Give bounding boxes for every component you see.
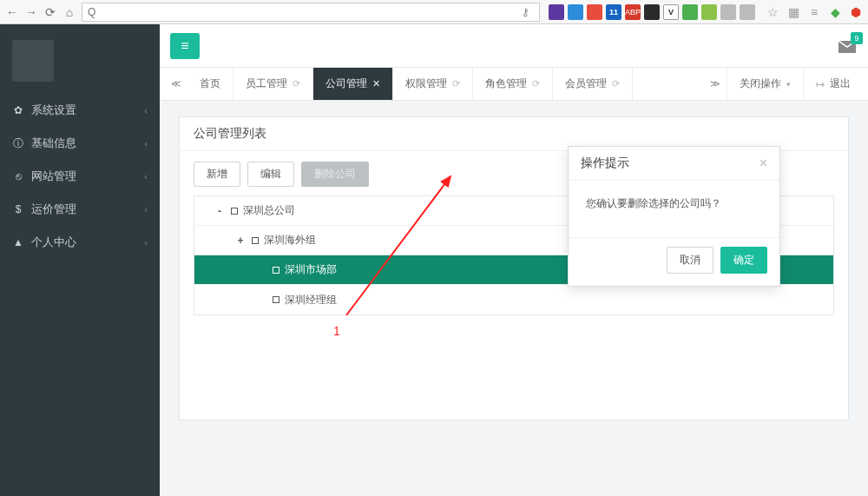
tab-label: 公司管理 — [326, 76, 367, 91]
ext-icon[interactable] — [549, 4, 564, 20]
browser-right-icons: ☆ ▦ ≡ ◆ ⬢ — [766, 5, 863, 19]
ext-icon[interactable] — [740, 4, 755, 20]
add-button[interactable]: 新增 — [194, 162, 240, 187]
tab-role[interactable]: 角色管理 ⟳ — [473, 68, 553, 100]
tab-label: 角色管理 — [485, 76, 527, 91]
refresh-icon[interactable]: ⟳ — [452, 78, 460, 89]
tab-home[interactable]: 首页 — [187, 68, 233, 100]
sidebar-item-profile[interactable]: ▲ 个人中心 ‹ — [0, 226, 160, 259]
tab-scroll-left[interactable]: ≪ — [165, 68, 187, 100]
tab-company[interactable]: 公司管理 ✕ — [313, 68, 393, 100]
close-icon[interactable]: ✕ — [372, 78, 380, 89]
gear-icon: ✿ — [12, 104, 24, 116]
url-input[interactable] — [88, 6, 522, 18]
notification-count: 9 — [851, 32, 863, 44]
ext-icon[interactable] — [720, 4, 736, 20]
chevron-left-icon: ‹ — [144, 138, 148, 149]
node-icon — [231, 208, 238, 215]
ok-button[interactable]: 确定 — [720, 247, 767, 274]
sidebar-item-basic[interactable]: ⓘ 基础信息 ‹ — [0, 127, 160, 160]
collapse-icon[interactable]: - — [214, 205, 226, 217]
nav-forward-icon[interactable]: → — [24, 5, 38, 19]
dialog-footer: 取消 确定 — [569, 237, 779, 286]
url-bar[interactable]: ⚷ — [82, 3, 540, 22]
expand-icon[interactable]: + — [234, 235, 247, 247]
chevron-left-icon: ‹ — [144, 105, 148, 116]
tab-label: 关闭操作 — [740, 76, 781, 91]
tab-close-ops[interactable]: 关闭操作 ▾ — [727, 68, 803, 100]
nav-back-icon[interactable]: ← — [5, 5, 19, 19]
abp-icon[interactable]: ABP — [625, 4, 641, 20]
nav-reload-icon[interactable]: ⟳ — [43, 5, 57, 19]
user-icon: ▲ — [12, 236, 24, 248]
node-icon — [273, 296, 279, 303]
info-icon: ⓘ — [12, 137, 24, 149]
extensions-tray: 11 ABP V — [549, 4, 755, 20]
tab-member[interactable]: 会员管理 ⟳ — [553, 68, 633, 100]
tree-node-label: 深圳经理组 — [285, 293, 337, 308]
tab-label: 权限管理 — [405, 76, 447, 91]
ext-icon[interactable]: ◆ — [828, 5, 842, 19]
dialog-header: 操作提示 × — [569, 147, 779, 181]
ext-icon[interactable] — [644, 4, 660, 20]
delete-button[interactable]: 删除公司 — [301, 162, 369, 187]
chevron-left-icon: ‹ — [144, 171, 148, 182]
topbar: ≡ 9 — [160, 24, 868, 68]
sidebar-toggle-button[interactable]: ≡ — [170, 33, 200, 59]
sidebar-item-price[interactable]: $ 运价管理 ‹ — [0, 193, 160, 226]
tree-node-label: 深圳市场部 — [285, 262, 337, 277]
tabbar: ≪ 首页 员工管理 ⟳ 公司管理 ✕ 权限管理 ⟳ 角色管理 ⟳ 会员管理 — [160, 68, 868, 101]
logout-button[interactable]: ↦ 退出 — [803, 68, 863, 100]
sidebar-item-system[interactable]: ✿ 系统设置 ‹ — [0, 94, 160, 127]
key-icon: ⚷ — [522, 6, 534, 18]
sidebar-item-label: 个人中心 — [31, 235, 76, 250]
refresh-icon[interactable]: ⟳ — [293, 78, 300, 89]
tab-label: 员工管理 — [246, 76, 287, 91]
refresh-icon[interactable]: ⟳ — [532, 78, 540, 89]
ext-icon[interactable] — [587, 4, 602, 20]
tab-label: 首页 — [200, 76, 220, 91]
site-icon: ⎋ — [12, 170, 24, 182]
edit-button[interactable]: 编辑 — [247, 162, 294, 187]
refresh-icon[interactable]: ⟳ — [612, 78, 620, 89]
tab-label: 退出 — [830, 76, 851, 91]
sidebar: ✿ 系统设置 ‹ ⓘ 基础信息 ‹ ⎋ 网站管理 ‹ $ 运价管理 ‹ ▲ 个人… — [0, 24, 160, 496]
chevron-left-icon: ‹ — [144, 204, 148, 215]
logout-icon: ↦ — [816, 78, 825, 90]
tree-node-label: 深圳总公司 — [243, 203, 295, 218]
tab-employee[interactable]: 员工管理 ⟳ — [233, 68, 313, 100]
tree-node-label: 深圳海外组 — [264, 233, 316, 248]
menu-icon[interactable]: ≡ — [807, 5, 821, 19]
dialog-title: 操作提示 — [581, 155, 629, 171]
sidebar-item-label: 系统设置 — [31, 103, 76, 118]
ext-icon[interactable]: V — [663, 4, 679, 20]
dialog-message: 您确认要删除选择的公司吗？ — [569, 181, 779, 237]
confirm-dialog: 操作提示 × 您确认要删除选择的公司吗？ 取消 确定 — [568, 146, 780, 287]
ext-icon[interactable] — [701, 4, 717, 20]
sidebar-item-label: 网站管理 — [31, 169, 76, 184]
ext-icon[interactable] — [568, 4, 583, 20]
dialog-close-button[interactable]: × — [760, 155, 767, 171]
ext-icon[interactable]: ⬢ — [849, 5, 863, 19]
star-icon[interactable]: ☆ — [766, 5, 779, 19]
chevron-down-icon: ▾ — [786, 80, 791, 89]
tab-label: 会员管理 — [565, 76, 607, 91]
ext-icon[interactable]: 11 — [606, 4, 621, 20]
ext-icon[interactable] — [682, 4, 698, 20]
tab-permission[interactable]: 权限管理 ⟳ — [393, 68, 473, 100]
tab-scroll-right[interactable]: ≫ — [704, 68, 727, 100]
cancel-button[interactable]: 取消 — [667, 247, 713, 274]
node-icon — [273, 267, 279, 274]
sidebar-item-site[interactable]: ⎋ 网站管理 ‹ — [0, 160, 160, 193]
nav-home-icon[interactable]: ⌂ — [62, 5, 76, 19]
notifications-button[interactable]: 9 — [838, 39, 858, 53]
node-icon — [252, 237, 259, 244]
avatar[interactable] — [12, 40, 54, 82]
sidebar-item-label: 运价管理 — [31, 202, 76, 217]
tree-node[interactable]: 深圳经理组 — [194, 285, 833, 314]
browser-chrome: ← → ⟳ ⌂ ⚷ 11 ABP V ☆ ▦ ≡ ◆ ⬢ — [0, 0, 868, 24]
chevron-left-icon: ‹ — [144, 237, 148, 248]
sidebar-item-label: 基础信息 — [31, 136, 76, 151]
grid-icon[interactable]: ▦ — [786, 5, 800, 19]
dollar-icon: $ — [12, 203, 24, 215]
